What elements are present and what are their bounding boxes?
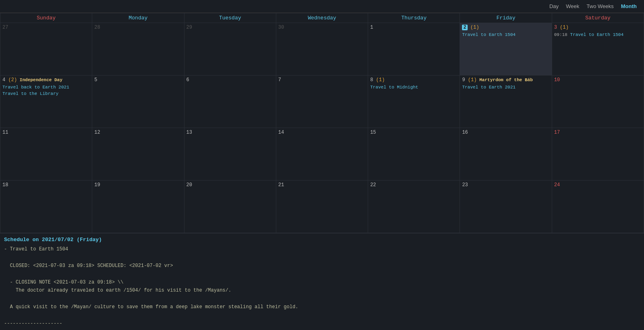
day-number: 23	[462, 182, 468, 188]
cell-day-info: 12	[94, 130, 182, 136]
calendar-event[interactable]: Travel to Midnight	[370, 84, 458, 90]
day-number: 9	[462, 77, 465, 83]
cell-day-info: 15	[370, 130, 458, 136]
day-number: 28	[94, 25, 100, 30]
cell-day-info: 18	[2, 182, 90, 189]
view-twoweeks-button[interactable]: Two Weeks	[583, 2, 617, 10]
event-title: Travel to Midnight	[370, 85, 418, 90]
day-number: 22	[370, 182, 376, 188]
calendar-event[interactable]: Travel to Earth 2021	[462, 84, 549, 90]
cell-day-info: 20	[186, 182, 274, 189]
day-number: 6	[186, 77, 189, 83]
calendar-cell[interactable]: 22	[368, 181, 460, 233]
view-month-button[interactable]: Month	[618, 2, 640, 10]
schedule-panel: Schedule on 2021/07/02 (Friday) - Travel…	[0, 233, 644, 330]
cell-day-info: 5	[94, 77, 182, 84]
header-thursday: Thursday	[368, 13, 460, 23]
calendar-cell[interactable]: 3 (1)09:18 Travel to Earth 1504	[552, 23, 644, 76]
calendar-event[interactable]: Travel to Earth 1504	[462, 32, 549, 38]
calendar-event[interactable]: Travel to the Library	[2, 91, 90, 97]
calendar-event[interactable]: 09:18 Travel to Earth 1504	[554, 32, 642, 38]
calendar-cell[interactable]: 27	[0, 23, 92, 76]
calendar-week-row: 11121314151617	[0, 128, 644, 181]
calendar-cell[interactable]: 7	[276, 76, 368, 128]
calendar-week-row: 18192021222324	[0, 181, 644, 233]
header-tuesday: Tuesday	[184, 13, 276, 23]
calendar-cell[interactable]: 15	[368, 128, 460, 181]
calendar-cell[interactable]: 18	[0, 181, 92, 233]
calendar-grid: Sunday Monday Tuesday Wednesday Thursday…	[0, 13, 644, 233]
calendar-header: Day Week Two Weeks Month	[0, 0, 644, 13]
calendar-cell[interactable]: 12	[92, 128, 184, 181]
cell-day-info: 9 (1) Martyrdom of the Báb	[462, 77, 549, 84]
calendar-cell[interactable]: 19	[92, 181, 184, 233]
cell-day-info: 1	[370, 25, 458, 31]
cell-day-info: 10	[554, 77, 642, 84]
calendar-cell[interactable]: 17	[552, 128, 644, 181]
view-day-button[interactable]: Day	[546, 2, 562, 10]
cell-day-info: 8 (1)	[370, 77, 458, 84]
header-saturday: Saturday	[552, 13, 644, 23]
calendar-cell[interactable]: 9 (1) Martyrdom of the BábTravel to Eart…	[460, 76, 552, 128]
cell-day-info: 16	[462, 130, 549, 136]
schedule-title: Schedule on 2021/07/02 (Friday)	[4, 237, 640, 243]
calendar-cell[interactable]: 4 (2) Independence DayTravel back to Ear…	[0, 76, 92, 128]
event-title: Travel to Earth 1504	[570, 32, 623, 37]
cell-day-info: 4 (2) Independence Day	[2, 77, 90, 84]
cell-day-info: 6	[186, 77, 274, 84]
day-event-count: (1)	[557, 25, 569, 30]
cell-day-info: 14	[278, 130, 366, 136]
event-title: Travel to Earth 1504	[462, 32, 515, 37]
day-number: 27	[2, 25, 8, 30]
calendar-cell[interactable]: 16	[460, 128, 552, 181]
calendar-event[interactable]: Travel back to Earth 2021	[2, 84, 90, 90]
cell-day-info: 24	[554, 182, 642, 189]
calendar-cell[interactable]: 10	[552, 76, 644, 128]
event-title: Travel to the Library	[2, 91, 59, 96]
day-number: 15	[370, 130, 376, 135]
cell-day-info: 23	[462, 182, 549, 189]
calendar-cell[interactable]: 28	[92, 23, 184, 76]
cell-day-info: 29	[186, 25, 274, 31]
calendar-cell[interactable]: 23	[460, 181, 552, 233]
calendar-cell[interactable]: 2 (1)Travel to Earth 1504	[460, 23, 552, 76]
calendar-cell[interactable]: 14	[276, 128, 368, 181]
day-event-count: (1)	[465, 77, 477, 83]
day-number: 2	[462, 25, 467, 30]
header-monday: Monday	[92, 13, 184, 23]
calendar-cell[interactable]: 1	[368, 23, 460, 76]
calendar-cell[interactable]: 5	[92, 76, 184, 128]
day-number: 29	[186, 25, 192, 30]
day-number: 1	[370, 25, 373, 30]
calendar-cell[interactable]: 20	[184, 181, 276, 233]
day-number: 24	[554, 182, 560, 188]
event-time: 09:18	[554, 32, 570, 37]
day-number: 10	[554, 77, 560, 83]
calendar-cell[interactable]: 11	[0, 128, 92, 181]
calendar-cell[interactable]: 13	[184, 128, 276, 181]
day-number: 14	[278, 130, 284, 135]
calendar-cell[interactable]: 24	[552, 181, 644, 233]
day-number: 19	[94, 182, 100, 188]
day-number: 5	[94, 77, 97, 83]
day-event-count: (1)	[468, 25, 479, 30]
event-title: Travel back to Earth 2021	[2, 85, 69, 90]
cell-day-info: 19	[94, 182, 182, 189]
day-holiday: Martyrdom of the Báb	[477, 78, 533, 82]
cell-day-info: 11	[2, 130, 90, 136]
calendar-cell[interactable]: 6	[184, 76, 276, 128]
day-number: 7	[278, 77, 281, 83]
cell-day-info: 3 (1)	[554, 25, 642, 31]
day-number: 16	[462, 130, 468, 135]
day-header-row: Sunday Monday Tuesday Wednesday Thursday…	[0, 13, 644, 23]
calendar-cell[interactable]: 30	[276, 23, 368, 76]
day-number: 18	[2, 182, 8, 188]
calendar-week-row: 4 (2) Independence DayTravel back to Ear…	[0, 76, 644, 128]
calendar-cell[interactable]: 29	[184, 23, 276, 76]
cell-day-info: 28	[94, 25, 182, 31]
header-sunday: Sunday	[0, 13, 92, 23]
calendar-cell[interactable]: 21	[276, 181, 368, 233]
calendar-cell[interactable]: 8 (1)Travel to Midnight	[368, 76, 460, 128]
view-week-button[interactable]: Week	[563, 2, 583, 10]
cell-day-info: 17	[554, 130, 642, 136]
